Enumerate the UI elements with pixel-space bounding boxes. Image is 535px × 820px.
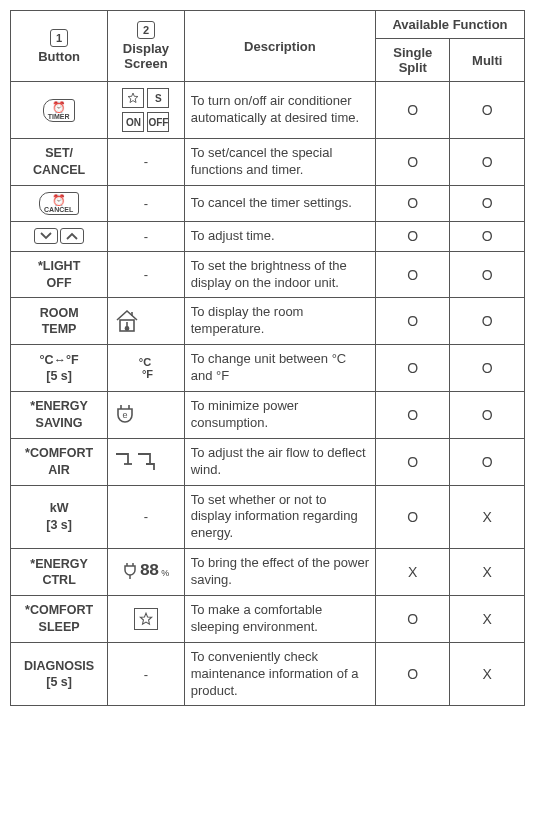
single-split-cell: O <box>376 485 450 549</box>
house-thermometer-icon <box>114 308 178 334</box>
table-row: ⏰ TIMER S ON OFF To turn on/off air cond… <box>11 82 525 139</box>
screen-cell: 88 % <box>108 549 185 596</box>
table-row: °C↔°F[5 s] °C °F To change unit between … <box>11 345 525 392</box>
single-split-cell: O <box>376 139 450 186</box>
multi-cell: O <box>450 392 525 439</box>
description-cell: To set the brightness of the display on … <box>184 251 375 298</box>
table-row: *COMFORTAIR To adjust the air flow to de… <box>11 438 525 485</box>
off-box-icon: OFF <box>147 112 169 132</box>
button-label: *ENERGYCTRL <box>30 557 88 588</box>
button-label: ROOMTEMP <box>40 306 79 337</box>
screen-cell: - <box>108 185 185 221</box>
energy-value: 88 <box>140 561 158 580</box>
s-box-icon: S <box>147 88 169 108</box>
button-label: *COMFORTAIR <box>25 446 93 477</box>
table-row: SET/CANCEL - To set/cancel the special f… <box>11 139 525 186</box>
up-arrow-icon <box>60 228 84 244</box>
description-cell: To minimize power consumption. <box>184 392 375 439</box>
plug-small-icon <box>123 562 137 580</box>
clock-icon: ⏰ <box>48 102 70 113</box>
header-multi: Multi <box>450 39 525 82</box>
button-sub-label: TIMER <box>48 113 70 120</box>
screen-cell: - <box>108 642 185 706</box>
header-button: 1 Button <box>11 11 108 82</box>
plug-e-icon: e <box>114 403 178 427</box>
description-cell: To adjust time. <box>184 221 375 251</box>
description-cell: To conveniently check maintenance inform… <box>184 642 375 706</box>
description-text: To set the brightness of the display on … <box>191 258 347 290</box>
button-cell <box>11 221 108 251</box>
star-box-icon <box>134 608 158 630</box>
header-single-split: Single Split <box>376 39 450 82</box>
multi-cell: O <box>450 139 525 186</box>
description-text: To minimize power consumption. <box>191 398 299 430</box>
screen-cell <box>108 596 185 643</box>
button-cell: *COMFORTAIR <box>11 438 108 485</box>
button-label: kW[3 s] <box>46 501 72 532</box>
screen-dash: - <box>144 196 148 211</box>
button-cell: DIAGNOSIS[5 s] <box>11 642 108 706</box>
description-cell: To cancel the timer settings. <box>184 185 375 221</box>
description-cell: To set whether or not to display informa… <box>184 485 375 549</box>
description-text: To adjust time. <box>191 228 275 243</box>
button-cell: *ENERGYCTRL <box>11 549 108 596</box>
header-screen: 2 Display Screen <box>108 11 185 82</box>
header-description: Description <box>184 11 375 82</box>
screen-cell <box>108 298 185 345</box>
single-split-cell: O <box>376 345 450 392</box>
description-cell: To turn on/off air conditioner automatic… <box>184 82 375 139</box>
button-cell: ⏰ CANCEL <box>11 185 108 221</box>
table-row: ROOMTEMP To display the room temperature… <box>11 298 525 345</box>
deg-c-label: °C <box>139 356 151 368</box>
button-cell: *ENERGYSAVING <box>11 392 108 439</box>
celsius-fahrenheit-icon: °C °F <box>139 356 153 380</box>
airflow-icon <box>114 450 178 474</box>
description-text: To cancel the timer settings. <box>191 195 352 210</box>
button-sub-label: CANCEL <box>44 206 73 213</box>
arrow-buttons <box>34 228 84 244</box>
table-row: *COMFORTSLEEP To make a comfortable slee… <box>11 596 525 643</box>
table-row: *LIGHTOFF - To set the brightness of the… <box>11 251 525 298</box>
description-text: To set/cancel the special functions and … <box>191 145 333 177</box>
screen-cell: S ON OFF <box>108 82 185 139</box>
down-arrow-icon <box>34 228 58 244</box>
screen-cell: - <box>108 251 185 298</box>
multi-cell: O <box>450 438 525 485</box>
button-cell: kW[3 s] <box>11 485 108 549</box>
button-label: DIAGNOSIS[5 s] <box>24 659 94 690</box>
description-text: To bring the effect of the power saving. <box>191 555 369 587</box>
description-cell: To display the room temperature. <box>184 298 375 345</box>
button-label: *COMFORTSLEEP <box>25 603 93 634</box>
single-split-cell: O <box>376 82 450 139</box>
star-box-icon <box>122 88 144 108</box>
description-text: To turn on/off air conditioner automatic… <box>191 93 359 125</box>
multi-cell: X <box>450 642 525 706</box>
on-box-icon: ON <box>122 112 144 132</box>
table-row: - To adjust time. O O <box>11 221 525 251</box>
single-split-cell: O <box>376 221 450 251</box>
screen-cell <box>108 438 185 485</box>
button-label: SET/CANCEL <box>33 146 85 177</box>
button-cell: *COMFORTSLEEP <box>11 596 108 643</box>
screen-cell: - <box>108 221 185 251</box>
screen-cell: - <box>108 485 185 549</box>
single-split-cell: O <box>376 298 450 345</box>
header-button-num: 1 <box>50 29 68 47</box>
button-label: *LIGHTOFF <box>38 259 80 290</box>
cancel-icon: ⏰ CANCEL <box>39 192 79 215</box>
svg-point-3 <box>126 327 129 330</box>
multi-cell: O <box>450 345 525 392</box>
single-split-cell: X <box>376 549 450 596</box>
multi-cell: X <box>450 596 525 643</box>
button-cell: ⏰ TIMER <box>11 82 108 139</box>
single-split-cell: O <box>376 251 450 298</box>
deg-f-label: °F <box>139 368 153 380</box>
timer-icon: ⏰ TIMER <box>43 99 76 122</box>
multi-cell: O <box>450 298 525 345</box>
description-text: To conveniently check maintenance inform… <box>191 649 359 698</box>
multi-cell: O <box>450 82 525 139</box>
button-cell: °C↔°F[5 s] <box>11 345 108 392</box>
screen-dash: - <box>144 667 148 682</box>
multi-cell: X <box>450 549 525 596</box>
multi-cell: O <box>450 251 525 298</box>
